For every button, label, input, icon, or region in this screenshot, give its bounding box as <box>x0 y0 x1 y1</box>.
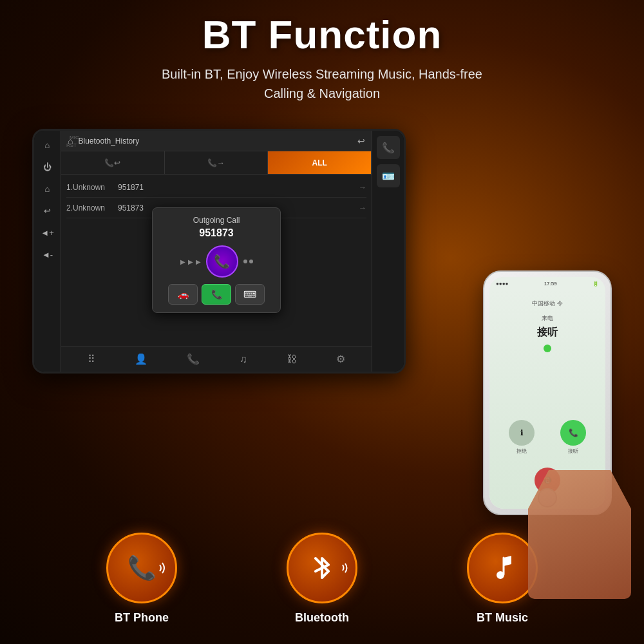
call-indicator <box>544 345 551 352</box>
contact-arrow-1: → <box>359 183 366 192</box>
audio-source-button[interactable]: 🚗 <box>168 284 198 305</box>
contact-arrow-2: → <box>359 204 366 213</box>
phone-caller-number: 接听 <box>537 326 558 339</box>
tab-bar: 📞↩ 📞→ ALL <box>61 151 372 175</box>
volume-down-button[interactable]: ◄- <box>39 245 57 263</box>
subtitle-line2: Calling & Navigation <box>264 86 380 100</box>
smartphone-mockup: ●●●● 17:59 🔋 中国移动 令 来电 接听 ℹ 拒绝 📞 接 <box>470 270 625 580</box>
phone-time: 17:59 <box>544 281 557 287</box>
back-button[interactable]: ↩ <box>39 202 57 220</box>
call-dots <box>243 260 253 263</box>
keypad-button[interactable]: ⌨ <box>235 284 265 305</box>
settings-button[interactable]: ⌂ <box>39 180 57 198</box>
call-action-buttons: 🚗 📞 ⌨ <box>160 284 272 305</box>
rst-label: RST <box>66 142 77 148</box>
phone-accept-label: 接听 <box>560 448 586 455</box>
screen-navbar: ⠿ 👤 📞 ♫ ⛓ ⚙ <box>61 346 372 372</box>
contact-list: 1.Unknown 951871 → 2.Unknown 951873 → Ou… <box>61 175 372 346</box>
hand-shape <box>528 470 631 599</box>
phone-decline-group: ℹ 拒绝 <box>509 420 535 455</box>
phone-signal: ●●●● <box>496 281 508 287</box>
bt-music-label: BT Music <box>477 611 528 625</box>
breadcrumb: Bluetooth_History <box>78 137 139 146</box>
call-modal-number: 951873 <box>160 227 272 239</box>
bt-phone-label: BT Phone <box>115 611 169 625</box>
nav-contacts-icon[interactable]: 👤 <box>135 353 147 365</box>
call-modal-title: Outgoing Call <box>160 216 272 225</box>
phone-action-buttons: ℹ 拒绝 📞 接听 <box>496 420 599 455</box>
radio-unit: ⌂ ⏻ ⌂ ↩ ◄+ ◄- MIC RST ⌂ Bluetooth_Histor… <box>32 129 406 374</box>
right-call-button[interactable]: 📞 <box>377 136 400 159</box>
nav-connect-icon[interactable]: ⛓ <box>287 354 297 365</box>
phone-status-bar: ●●●● 17:59 🔋 <box>489 277 605 290</box>
phone-accept-group: 📞 接听 <box>560 420 586 455</box>
bt-phone-circle: 📞 <box>106 533 177 603</box>
contact-name-1: 1.Unknown <box>66 183 118 192</box>
call-animation: ▶ ▶ ▶ 📞 <box>160 245 272 278</box>
mic-label: MIC <box>70 135 79 140</box>
screen-area: ⌂ Bluetooth_History ↩ 📞↩ 📞→ ALL <box>61 131 372 372</box>
back-arrow[interactable]: ↩ <box>357 136 365 146</box>
screen-topbar: ⌂ Bluetooth_History ↩ <box>61 131 372 151</box>
tab-received[interactable]: 📞↩ <box>61 151 165 174</box>
bluetooth-label: Bluetooth <box>295 611 349 625</box>
bluetooth-circle <box>287 533 357 603</box>
bluetooth-symbol <box>309 552 335 584</box>
nav-music-icon[interactable]: ♫ <box>240 354 247 365</box>
dot-2 <box>249 260 253 263</box>
dot-1 <box>243 260 247 263</box>
feature-bluetooth: Bluetooth <box>287 533 357 625</box>
outgoing-call-modal: Outgoing Call 951873 ▶ ▶ ▶ 📞 <box>152 207 281 313</box>
left-button-panel: ⌂ ⏻ ⌂ ↩ ◄+ ◄- MIC RST <box>34 131 61 372</box>
bt-signal-waves-icon <box>341 559 352 577</box>
home-button[interactable]: ⌂ <box>39 136 57 154</box>
top-section: BT Function Built-in BT, Enjoy Wireless … <box>0 13 644 103</box>
page-title: BT Function <box>0 13 644 57</box>
end-call-button[interactable]: 📞 <box>202 284 231 305</box>
phone-remind-label: 拒绝 <box>509 448 535 455</box>
subtitle: Built-in BT, Enjoy Wireless Streaming Mu… <box>0 64 644 103</box>
play-controls: ▶ ▶ ▶ <box>180 258 201 265</box>
phone-accept-button[interactable]: 📞 <box>560 420 586 446</box>
bt-phone-icon: 📞 <box>128 554 156 582</box>
contact-number-1: 951871 <box>118 183 359 192</box>
phone-battery: 🔋 <box>592 281 599 287</box>
nav-settings-icon[interactable]: ⚙ <box>336 353 345 365</box>
tab-all[interactable]: ALL <box>268 151 372 174</box>
nav-phone-icon[interactable]: 📞 <box>187 353 200 365</box>
power-button[interactable]: ⏻ <box>39 158 57 176</box>
call-circle: 📞 <box>206 245 238 278</box>
signal-waves-icon <box>158 558 170 578</box>
phone-incoming-label: 来电 <box>542 314 553 323</box>
tab-dialed[interactable]: 📞→ <box>165 151 269 174</box>
right-card-button[interactable]: 🪪 <box>377 164 400 187</box>
nav-apps-icon[interactable]: ⠿ <box>88 353 95 365</box>
phone-info-button[interactable]: ℹ <box>509 420 535 446</box>
feature-bt-phone: 📞 BT Phone <box>106 533 177 625</box>
contact-row-1[interactable]: 1.Unknown 951871 → <box>66 177 366 198</box>
subtitle-line1: Built-in BT, Enjoy Wireless Streaming Mu… <box>162 67 482 81</box>
volume-up-button[interactable]: ◄+ <box>39 223 57 242</box>
contact-name-2: 2.Unknown <box>66 204 118 213</box>
right-button-panel: 📞 🪪 <box>372 131 404 372</box>
phone-network-label: 中国移动 令 <box>532 299 563 308</box>
